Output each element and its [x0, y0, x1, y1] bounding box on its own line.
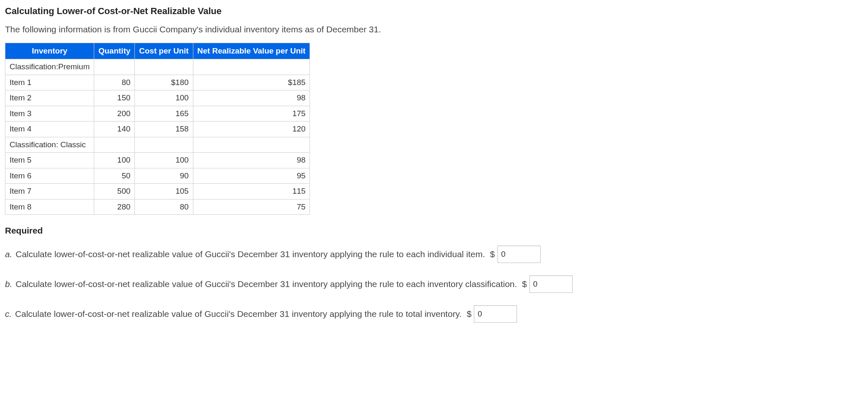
cell-qty: 200: [94, 106, 135, 122]
cell-cost: 90: [135, 168, 193, 184]
cell-qty: [94, 137, 135, 153]
cell-cost: 100: [135, 153, 193, 168]
question-letter: b.: [5, 277, 12, 291]
page-title: Calculating Lower-of Cost-or-Net Realiza…: [5, 4, 863, 18]
cell-nrv: 95: [193, 168, 310, 184]
cell-qty: 50: [94, 168, 135, 184]
answer-input-a[interactable]: [497, 246, 541, 263]
table-row: Classification: Classic: [5, 137, 310, 153]
cell-qty: 100: [94, 153, 135, 168]
cell-label: Item 2: [5, 90, 94, 106]
cell-cost: 80: [135, 199, 193, 215]
cell-label: Item 6: [5, 168, 94, 184]
table-row: Item 8 280 80 75: [5, 199, 310, 215]
currency-symbol: $: [522, 277, 527, 291]
cell-label: Item 5: [5, 153, 94, 168]
cell-cost: 105: [135, 184, 193, 200]
question-text: Calculate lower-of-cost-or-net realizabl…: [15, 307, 461, 321]
cell-cost: 158: [135, 122, 193, 137]
cell-cost: 165: [135, 106, 193, 122]
intro-text: The following information is from Guccii…: [5, 23, 863, 36]
cell-label: Item 1: [5, 75, 94, 90]
cell-qty: 500: [94, 184, 135, 200]
answer-input-b[interactable]: [529, 275, 573, 293]
col-nrv: Net Realizable Value per Unit: [193, 43, 310, 59]
table-header-row: Inventory Quantity Cost per Unit Net Rea…: [5, 43, 310, 59]
cell-nrv: 98: [193, 153, 310, 168]
currency-symbol: $: [467, 307, 472, 321]
cell-label: Item 3: [5, 106, 94, 122]
table-row: Item 6 50 90 95: [5, 168, 310, 184]
cell-qty: [94, 59, 135, 75]
cell-label: Item 4: [5, 122, 94, 137]
cell-qty: 140: [94, 122, 135, 137]
cell-nrv: 98: [193, 90, 310, 106]
cell-nrv: 120: [193, 122, 310, 137]
cell-nrv: 115: [193, 184, 310, 200]
cell-nrv: 75: [193, 199, 310, 215]
question-text: Calculate lower-of-cost-or-net realizabl…: [16, 248, 485, 261]
col-cost: Cost per Unit: [135, 43, 193, 59]
cell-qty: 80: [94, 75, 135, 90]
currency-symbol: $: [490, 248, 495, 261]
table-row: Item 7 500 105 115: [5, 184, 310, 200]
question-text: Calculate lower-of-cost-or-net realizabl…: [16, 277, 517, 291]
question-letter: c.: [5, 307, 12, 321]
cell-nrv: $185: [193, 75, 310, 90]
answer-input-c[interactable]: [474, 305, 517, 323]
cell-nrv: [193, 59, 310, 75]
cell-label: Item 7: [5, 184, 94, 200]
inventory-table: Inventory Quantity Cost per Unit Net Rea…: [5, 43, 310, 215]
cell-nrv: [193, 137, 310, 153]
required-heading: Required: [5, 224, 863, 237]
table-row: Item 5 100 100 98: [5, 153, 310, 168]
cell-label: Classification: Classic: [5, 137, 94, 153]
question-c: c. Calculate lower-of-cost-or-net realiz…: [5, 305, 863, 323]
cell-nrv: 175: [193, 106, 310, 122]
cell-qty: 280: [94, 199, 135, 215]
cell-label: Classification:Premium: [5, 59, 94, 75]
question-a: a. Calculate lower-of-cost-or-net realiz…: [5, 246, 863, 263]
table-row: Item 2 150 100 98: [5, 90, 310, 106]
cell-label: Item 8: [5, 199, 94, 215]
cell-cost: $180: [135, 75, 193, 90]
cell-cost: 100: [135, 90, 193, 106]
table-row: Item 3 200 165 175: [5, 106, 310, 122]
table-row: Classification:Premium: [5, 59, 310, 75]
col-inventory: Inventory: [5, 43, 94, 59]
cell-cost: [135, 137, 193, 153]
question-b: b. Calculate lower-of-cost-or-net realiz…: [5, 275, 863, 293]
col-quantity: Quantity: [94, 43, 135, 59]
table-row: Item 1 80 $180 $185: [5, 75, 310, 90]
table-row: Item 4 140 158 120: [5, 122, 310, 137]
question-letter: a.: [5, 248, 12, 261]
cell-cost: [135, 59, 193, 75]
cell-qty: 150: [94, 90, 135, 106]
